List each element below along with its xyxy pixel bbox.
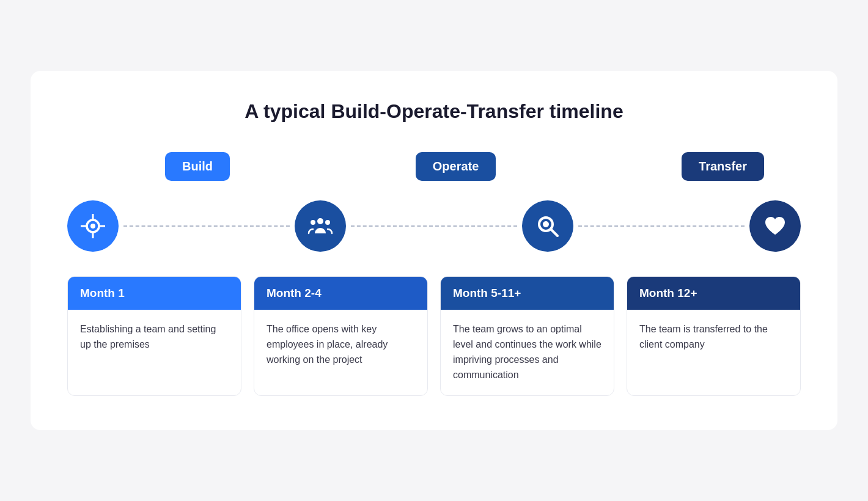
target-icon-circle xyxy=(67,200,119,252)
svg-point-8 xyxy=(325,220,330,225)
card-body-month-1: Establishing a team and setting up the p… xyxy=(68,310,241,365)
svg-point-6 xyxy=(317,218,323,224)
phase-label-build: Build xyxy=(165,152,230,181)
card-month-1: Month 1 Establishing a team and setting … xyxy=(67,276,241,395)
phase-label-transfer: Transfer xyxy=(682,152,764,181)
main-container: A typical Build-Operate-Transfer timelin… xyxy=(31,71,837,430)
card-body-month-2-4: The office opens with key employees in p… xyxy=(254,310,427,379)
card-month-2-4: Month 2-4 The office opens with key empl… xyxy=(254,276,428,395)
svg-line-11 xyxy=(551,229,557,236)
phase-label-operate: Operate xyxy=(416,152,496,181)
phase-labels-row: Build Operate Transfer xyxy=(67,152,801,181)
dashed-line-2 xyxy=(351,225,517,227)
svg-point-1 xyxy=(90,224,95,229)
dashed-line-3 xyxy=(578,225,745,227)
heart-icon-circle xyxy=(749,200,801,252)
card-header-month-12: Month 12+ xyxy=(627,277,800,310)
svg-point-7 xyxy=(311,220,315,225)
card-month-12: Month 12+ The team is transferred to the… xyxy=(627,276,801,395)
heart-icon xyxy=(762,213,789,240)
search-icon-circle xyxy=(522,200,573,252)
svg-point-10 xyxy=(543,221,549,227)
page-title: A typical Build-Operate-Transfer timelin… xyxy=(67,100,801,123)
dashed-line-1 xyxy=(123,225,290,227)
card-header-month-2-4: Month 2-4 xyxy=(254,277,427,310)
target-icon xyxy=(79,213,106,240)
card-body-month-5-11: The team grows to an optimal level and c… xyxy=(441,310,614,395)
icons-row xyxy=(67,200,801,252)
search-icon xyxy=(534,213,561,240)
cards-row: Month 1 Establishing a team and setting … xyxy=(67,276,801,395)
team-icon-circle xyxy=(295,200,346,252)
card-header-month-5-11: Month 5-11+ xyxy=(441,277,614,310)
card-month-5-11: Month 5-11+ The team grows to an optimal… xyxy=(440,276,614,395)
card-header-month-1: Month 1 xyxy=(68,277,241,310)
team-icon xyxy=(307,213,334,240)
card-body-month-12: The team is transferred to the client co… xyxy=(627,310,800,365)
